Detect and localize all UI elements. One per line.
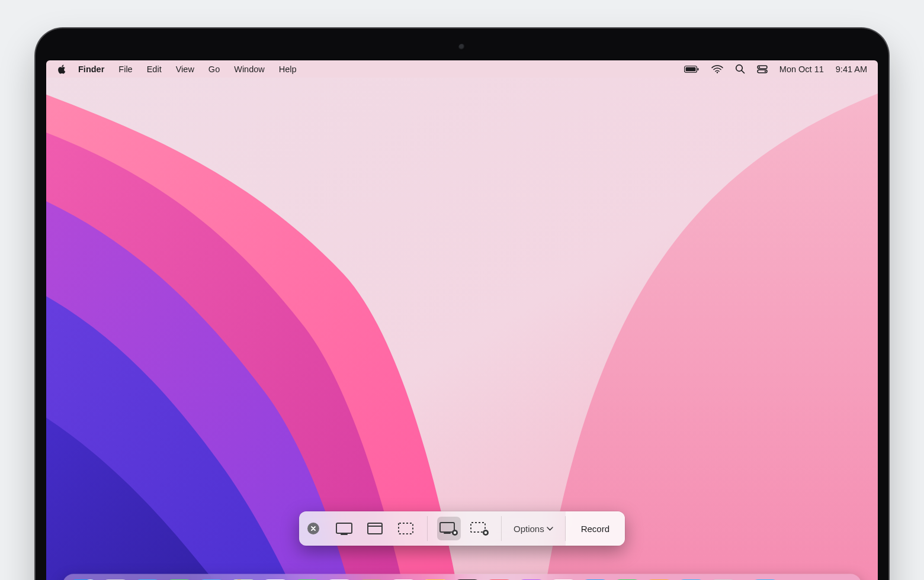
apple-menu-icon[interactable] xyxy=(57,64,68,75)
menu-help[interactable]: Help xyxy=(272,65,304,74)
menu-go[interactable]: Go xyxy=(201,65,227,74)
svg-rect-10 xyxy=(336,523,352,533)
laptop-bezel: Finder File Edit View Go Window Help xyxy=(36,28,888,580)
menu-view[interactable]: View xyxy=(169,65,201,74)
wifi-icon[interactable] xyxy=(711,65,723,73)
chevron-down-icon xyxy=(547,527,553,531)
spotlight-icon[interactable] xyxy=(735,64,745,74)
record-label: Record xyxy=(581,524,609,534)
menu-bar: Finder File Edit View Go Window Help xyxy=(46,60,878,78)
desktop[interactable]: Options Record OCT11tv xyxy=(46,78,878,580)
menu-window[interactable]: Window xyxy=(227,65,272,74)
svg-point-8 xyxy=(765,70,766,72)
svg-point-6 xyxy=(759,66,760,67)
control-center-icon[interactable] xyxy=(757,65,768,73)
menu-bar-left: Finder File Edit View Go Window Help xyxy=(57,64,304,75)
capture-entire-screen-button[interactable] xyxy=(332,517,356,540)
screenshot-toolbar: Options Record xyxy=(299,511,625,546)
svg-rect-13 xyxy=(440,523,454,532)
dock-area: OCT11tv xyxy=(46,574,878,580)
svg-rect-1 xyxy=(685,67,695,71)
wallpaper xyxy=(46,78,878,580)
battery-icon[interactable] xyxy=(684,65,700,73)
capture-selected-window-button[interactable] xyxy=(363,517,387,540)
menu-bar-right: Mon Oct 11 9:41 AM xyxy=(684,64,867,74)
record-group xyxy=(428,511,501,546)
menu-edit[interactable]: Edit xyxy=(140,65,169,74)
menu-file[interactable]: File xyxy=(111,65,139,74)
svg-rect-2 xyxy=(697,68,698,70)
screen: Finder File Edit View Go Window Help xyxy=(46,60,878,580)
svg-point-18 xyxy=(485,531,487,534)
menu-time[interactable]: 9:41 AM xyxy=(836,65,867,74)
record-button[interactable]: Record xyxy=(566,511,625,546)
svg-rect-11 xyxy=(368,523,382,534)
svg-rect-16 xyxy=(471,523,485,532)
camera-icon xyxy=(458,44,466,51)
menu-date[interactable]: Mon Oct 11 xyxy=(779,65,824,74)
svg-point-3 xyxy=(717,72,718,73)
options-label: Options xyxy=(514,524,544,534)
dock: OCT11tv xyxy=(63,574,861,580)
record-selected-portion-button[interactable] xyxy=(468,517,492,540)
record-entire-screen-button[interactable] xyxy=(437,517,461,540)
svg-point-15 xyxy=(454,531,456,534)
options-button[interactable]: Options xyxy=(502,511,565,546)
capture-selected-portion-button[interactable] xyxy=(394,517,418,540)
close-icon[interactable] xyxy=(307,523,319,534)
capture-group xyxy=(323,511,427,546)
laptop-stage: Finder File Edit View Go Window Help xyxy=(0,0,924,580)
svg-rect-12 xyxy=(399,523,413,534)
menu-app-name[interactable]: Finder xyxy=(71,65,111,74)
